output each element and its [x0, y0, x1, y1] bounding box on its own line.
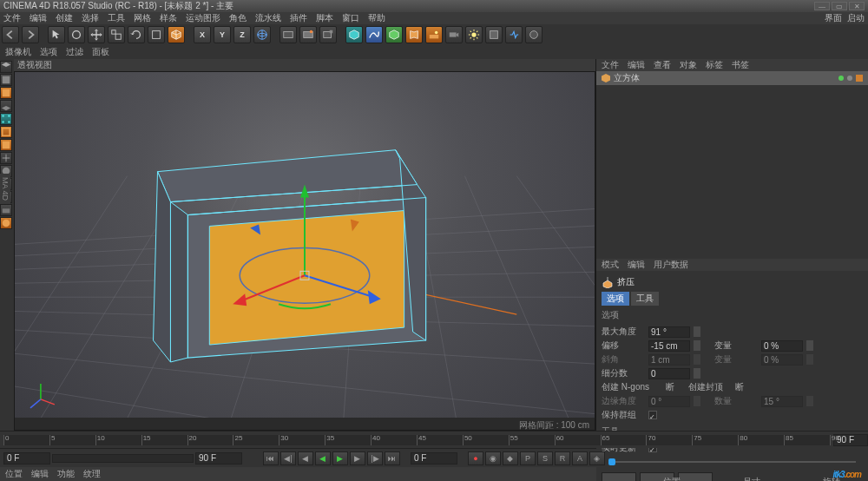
render-view-button[interactable]	[279, 26, 297, 43]
current-frame-field[interactable]: 0 F	[411, 452, 457, 465]
timeline-tick[interactable]	[417, 435, 418, 445]
recent-tool[interactable]	[148, 26, 165, 43]
add-spline-button[interactable]	[365, 26, 383, 43]
rotate-tool[interactable]	[128, 26, 145, 43]
add-generator-button[interactable]	[385, 26, 403, 43]
select-tool[interactable]	[48, 26, 65, 43]
om-tab-tags[interactable]: 标签	[706, 59, 723, 71]
render-settings-button[interactable]	[319, 26, 337, 43]
redo-button[interactable]	[22, 26, 39, 43]
scale-tool[interactable]	[108, 26, 125, 43]
enable-axis-button[interactable]	[0, 152, 12, 164]
prev-frame-button[interactable]: ◀	[298, 451, 313, 465]
timeline-tick[interactable]	[49, 435, 50, 445]
add-deformer-button[interactable]	[405, 26, 423, 43]
timeline-tick[interactable]	[692, 435, 693, 445]
edge-mode-button[interactable]	[0, 126, 12, 138]
bottom-tab-edit[interactable]: 编辑	[31, 468, 49, 480]
toolbar-btn-extra1[interactable]	[485, 26, 503, 43]
menu-pipeline[interactable]: 流水线	[255, 12, 281, 24]
timeline-tick[interactable]	[555, 435, 556, 445]
menu-create[interactable]: 创建	[56, 12, 73, 24]
range-end-field[interactable]: 90 F	[195, 452, 242, 465]
startup-label[interactable]: 启动	[847, 12, 865, 24]
point-mode-button[interactable]	[0, 113, 12, 125]
menu-edit[interactable]: 编辑	[30, 12, 47, 24]
autokey-button[interactable]: ◉	[485, 451, 501, 465]
make-editable-button[interactable]	[0, 61, 12, 73]
live-select-tool[interactable]	[68, 26, 85, 43]
timeline-tick[interactable]	[233, 435, 233, 445]
slider-thumb-icon[interactable]	[608, 458, 615, 465]
bottom-tab-function[interactable]: 功能	[57, 468, 75, 480]
goto-next-key-button[interactable]: |▶	[367, 451, 383, 465]
undo-button[interactable]	[2, 26, 19, 43]
timeline-tick[interactable]	[325, 435, 326, 445]
range-slider[interactable]	[52, 454, 194, 463]
phong-tag-icon[interactable]	[856, 75, 863, 82]
minimize-button[interactable]: —	[814, 2, 830, 10]
stepper-icon[interactable]	[694, 368, 700, 379]
timeline-tick[interactable]	[279, 435, 279, 445]
timeline-tick[interactable]	[509, 435, 510, 445]
om-tab-bookmarks[interactable]: 书签	[732, 59, 749, 71]
visibility-render-dot[interactable]	[847, 76, 852, 81]
om-tab-file[interactable]: 文件	[602, 59, 619, 71]
goto-start-button[interactable]: ⏮	[263, 451, 279, 465]
timeline-tick[interactable]	[738, 435, 739, 445]
vp-menu-panel[interactable]: 面板	[92, 46, 109, 58]
timeline-tick[interactable]	[95, 435, 96, 445]
play-backward-button[interactable]: ◀	[315, 451, 331, 465]
left-extra-button[interactable]	[0, 217, 12, 229]
tool-slider[interactable]	[608, 461, 856, 463]
x-axis-toggle[interactable]: X	[194, 26, 211, 43]
subtab-options[interactable]: 选项	[602, 292, 629, 306]
menu-mesh[interactable]: 网格	[134, 12, 151, 24]
attr-tab-edit[interactable]: 编辑	[628, 259, 645, 271]
menu-mograph[interactable]: 运动图形	[186, 12, 220, 24]
stepper-icon[interactable]	[694, 340, 700, 351]
maximize-button[interactable]: ▭	[832, 2, 847, 10]
move-tool[interactable]	[88, 26, 105, 43]
pla-key-toggle[interactable]: ◈	[589, 451, 605, 465]
pos-key-toggle[interactable]: P	[520, 451, 536, 465]
add-camera-button[interactable]	[445, 26, 463, 43]
timeline-tick[interactable]	[371, 435, 372, 445]
world-coord-toggle[interactable]	[253, 26, 271, 43]
param-key-toggle[interactable]: A	[572, 451, 588, 465]
model-mode-button[interactable]	[0, 74, 12, 86]
scale-key-toggle[interactable]: S	[537, 451, 553, 465]
max-angle-field[interactable]: 91 °	[648, 326, 690, 338]
timeline-tick[interactable]	[646, 435, 647, 445]
keyframe-selection-button[interactable]: ◆	[503, 451, 518, 465]
close-button[interactable]: ✕	[849, 2, 865, 10]
render-pv-button[interactable]	[299, 26, 317, 43]
bottom-tab-position[interactable]: 位置	[5, 468, 23, 480]
play-forward-button[interactable]: ▶	[332, 451, 348, 465]
rot-key-toggle[interactable]: R	[555, 451, 570, 465]
timeline-tick[interactable]	[463, 435, 464, 445]
menu-file[interactable]: 文件	[3, 12, 21, 24]
cube-primitive-icon[interactable]	[168, 26, 185, 43]
polygon-mode-button[interactable]	[0, 139, 12, 151]
workplane-button[interactable]	[0, 100, 12, 112]
add-environment-button[interactable]	[425, 26, 443, 43]
next-frame-button[interactable]: ▶	[350, 451, 365, 465]
timeline-tick[interactable]	[141, 435, 142, 445]
goto-end-button[interactable]: ⏭	[385, 451, 400, 465]
keep-group-checkbox[interactable]	[648, 411, 657, 419]
layout-label[interactable]: 界面	[825, 12, 842, 24]
visibility-editor-dot[interactable]	[838, 76, 844, 81]
var-field[interactable]: 0 %	[761, 340, 803, 352]
bottom-tab-texture[interactable]: 纹理	[83, 468, 101, 480]
add-cube-button[interactable]	[345, 26, 363, 43]
om-tab-edit[interactable]: 编辑	[628, 59, 645, 71]
om-tab-objects[interactable]: 对象	[680, 59, 697, 71]
viewport-3d[interactable]: 网格间距 : 100 cm	[14, 71, 595, 431]
side-tab-left-1[interactable]: MA 4D	[0, 174, 10, 204]
texture-mode-button[interactable]	[0, 87, 12, 99]
stepper-icon[interactable]	[806, 340, 813, 351]
attr-tab-userdata[interactable]: 用户数据	[654, 259, 688, 271]
menu-select[interactable]: 选择	[82, 12, 99, 24]
menu-script[interactable]: 脚本	[316, 12, 333, 24]
